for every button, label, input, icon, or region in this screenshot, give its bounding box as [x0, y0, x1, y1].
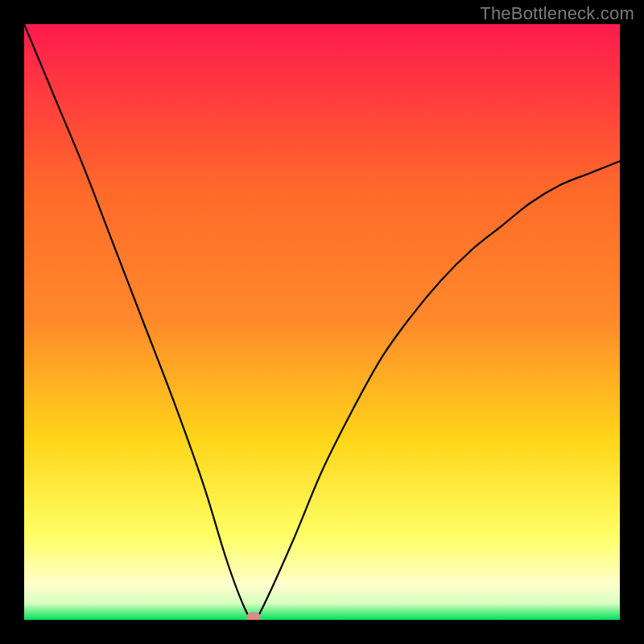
bottleneck-plot: [24, 24, 620, 620]
plot-area: [24, 24, 620, 620]
gradient-background: [24, 24, 620, 620]
chart-frame: TheBottleneck.com: [0, 0, 644, 644]
watermark-text: TheBottleneck.com: [480, 3, 634, 24]
